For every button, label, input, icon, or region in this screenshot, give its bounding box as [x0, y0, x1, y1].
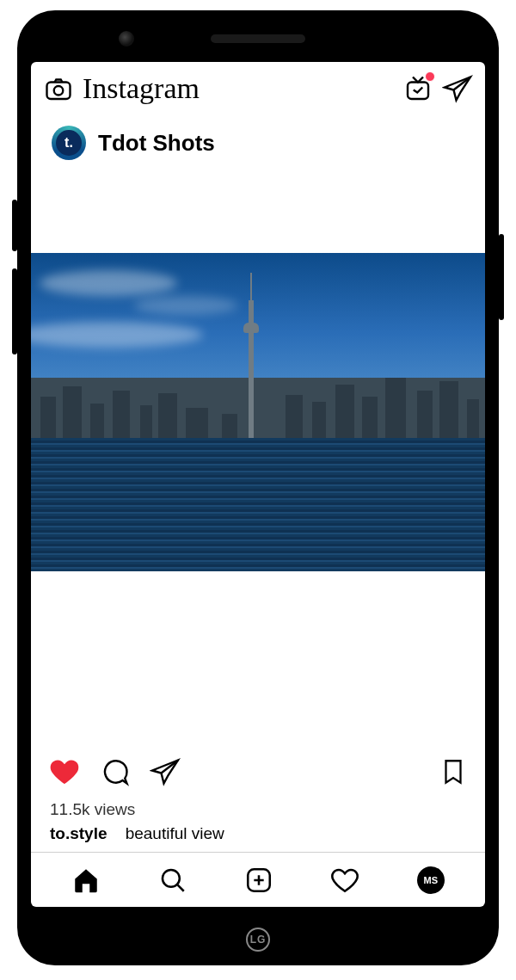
comment-button[interactable] [100, 756, 131, 787]
post-image-wrap [31, 167, 485, 571]
svg-point-3 [163, 869, 180, 886]
profile-icon[interactable]: MS [417, 866, 445, 894]
post-header[interactable]: t. Tdot Shots [31, 115, 485, 167]
avatar-letter: t. [56, 130, 82, 156]
add-post-icon[interactable] [244, 866, 273, 895]
igtv-icon[interactable] [402, 73, 433, 104]
avatar[interactable]: t. [52, 126, 86, 160]
phone-frame: LG Instagram [17, 10, 499, 965]
phone-camera [119, 31, 134, 46]
top-bar: Instagram [31, 62, 485, 115]
camera-icon[interactable] [43, 73, 74, 104]
side-button [499, 234, 504, 320]
post-author[interactable]: Tdot Shots [98, 130, 215, 157]
like-button[interactable] [48, 755, 81, 788]
notification-dot [425, 71, 435, 82]
activity-icon[interactable] [330, 866, 359, 895]
home-icon[interactable] [71, 866, 101, 895]
post-image[interactable] [31, 253, 485, 571]
side-button [12, 200, 17, 251]
svg-point-1 [54, 86, 64, 96]
bottom-nav: MS [31, 852, 485, 907]
search-icon[interactable] [158, 866, 187, 895]
bookmark-button[interactable] [439, 755, 468, 788]
side-button [12, 268, 17, 354]
app-logo[interactable]: Instagram [83, 72, 200, 105]
comment-text: beautiful view [126, 824, 224, 842]
phone-brand-label: LG [246, 928, 270, 952]
comment-row[interactable]: to.style beautiful view [31, 819, 485, 852]
phone-brand: LG [246, 928, 270, 952]
views-count[interactable]: 11.5k views [31, 793, 485, 819]
messages-icon[interactable] [442, 73, 473, 104]
share-button[interactable] [150, 756, 181, 787]
app-screen: Instagram t. Tdot Sho [31, 62, 485, 907]
post-actions [31, 743, 485, 793]
svg-rect-0 [47, 83, 71, 100]
phone-speaker [211, 34, 305, 43]
comment-user[interactable]: to.style [50, 824, 108, 842]
